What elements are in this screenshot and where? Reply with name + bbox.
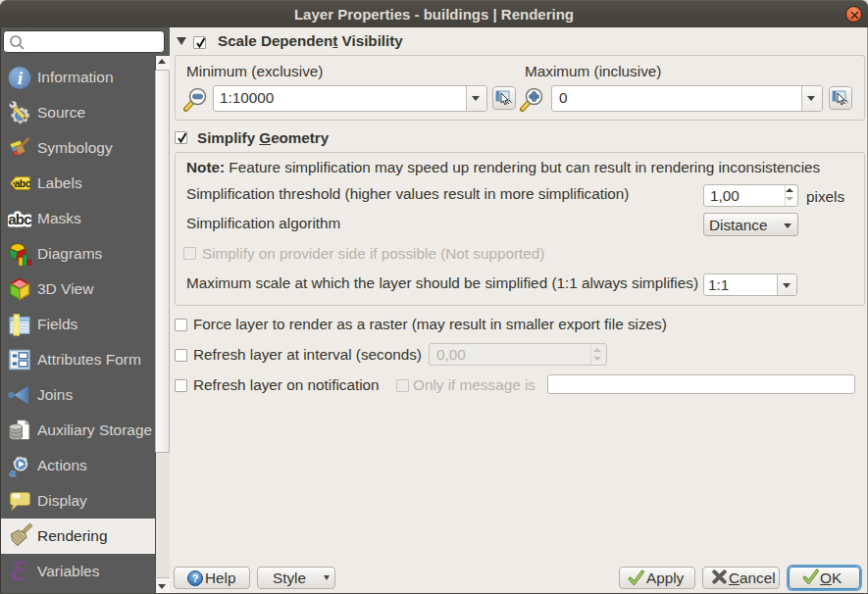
- svg-text:?: ?: [192, 572, 199, 584]
- svg-text:abc: abc: [14, 177, 30, 189]
- svg-text:i: i: [18, 69, 23, 88]
- svg-text:abc: abc: [8, 211, 31, 227]
- svg-text:ε: ε: [11, 560, 27, 583]
